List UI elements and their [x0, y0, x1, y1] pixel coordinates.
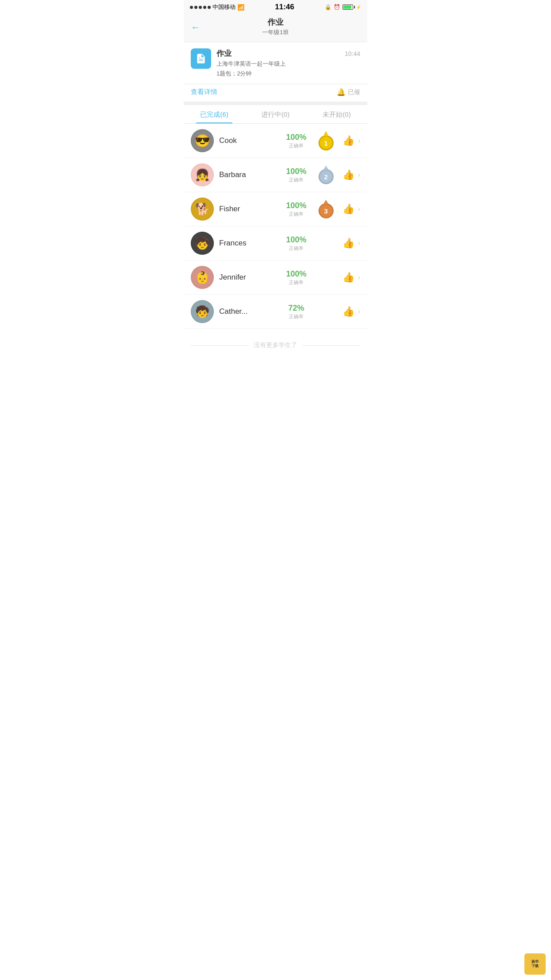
score-label: 正确率	[283, 142, 310, 149]
signal-dots	[190, 6, 211, 9]
score-percentage: 100%	[283, 235, 310, 245]
assignment-name: 作业	[216, 48, 232, 59]
action-col: 👍 ›	[342, 272, 360, 283]
medal-col: 2	[315, 166, 337, 184]
score-col: 100% 正确率	[283, 133, 310, 149]
score-percentage: 72%	[283, 304, 310, 313]
action-col: 👍 ›	[342, 306, 360, 317]
student-name: Fisher	[219, 205, 278, 213]
no-more-label: 没有更多学生了	[184, 329, 367, 362]
student-name: Cather...	[219, 307, 278, 316]
back-button[interactable]: ←	[191, 22, 201, 33]
thumb-up-button[interactable]: 👍	[342, 272, 354, 283]
avatar: 👧	[191, 163, 214, 186]
thumb-up-button[interactable]: 👍	[342, 237, 354, 249]
score-col: 100% 正确率	[283, 201, 310, 217]
status-right: 🔒 ⏰ ⚡	[325, 4, 361, 10]
avatar: 😎	[191, 129, 214, 152]
student-name: Barbara	[219, 170, 278, 179]
score-label: 正确率	[283, 211, 310, 217]
chevron-right-icon: ›	[358, 205, 360, 213]
battery: ⚡	[342, 4, 361, 10]
score-label: 正确率	[283, 313, 310, 320]
assignment-desc-line1: 上海牛津英语一起一年级上	[216, 59, 360, 68]
tabs: 已完成(6) 进行中(0) 未开始(0)	[184, 105, 367, 124]
gold-medal: 1	[319, 131, 334, 150]
score-label: 正确率	[283, 279, 310, 286]
action-col: 👍 ›	[342, 135, 360, 146]
wifi-icon: 📶	[237, 4, 244, 11]
avatar: 🐕	[191, 198, 214, 221]
score-col: 100% 正确率	[283, 235, 310, 252]
student-list: 😎 Cook 100% 正确率 1 👍 › 👧 Barbara 100% 正确率	[184, 124, 367, 329]
score-percentage: 100%	[283, 167, 310, 176]
score-col: 100% 正确率	[283, 167, 310, 183]
table-row[interactable]: 😎 Cook 100% 正确率 1 👍 ›	[184, 124, 367, 158]
alarm-icon: ⏰	[334, 4, 340, 10]
avatar: 👶	[191, 266, 214, 289]
silver-medal: 2	[319, 166, 334, 184]
document-icon	[195, 53, 207, 64]
medal-col: 1	[315, 131, 337, 150]
status-bar: 中国移动 📶 11:46 🔒 ⏰ ⚡	[184, 0, 367, 13]
assignment-time: 10:44	[345, 50, 360, 57]
chevron-right-icon: ›	[358, 308, 360, 316]
battery-tip	[354, 6, 355, 8]
remind-area: 🔔 已催	[337, 88, 360, 96]
battery-bolt-icon: ⚡	[356, 5, 361, 10]
thumb-up-button[interactable]: 👍	[342, 203, 354, 215]
score-percentage: 100%	[283, 133, 310, 142]
header: ← 作业 一年级1班	[184, 13, 367, 42]
assignment-card: 作业 10:44 上海牛津英语一起一年级上 1题包；2分钟	[184, 42, 367, 84]
thumb-up-button[interactable]: 👍	[342, 135, 354, 146]
score-col: 72% 正确率	[283, 304, 310, 320]
tab-notstarted[interactable]: 未开始(0)	[306, 105, 367, 123]
assignment-desc-line2: 1题包；2分钟	[216, 69, 360, 78]
student-name: Cook	[219, 136, 278, 145]
thumb-up-button[interactable]: 👍	[342, 169, 354, 181]
table-row[interactable]: 🧒 Frances 100% 正确率 👍 ›	[184, 226, 367, 261]
divider-left	[191, 345, 248, 346]
medal-col: 3	[315, 200, 337, 218]
remind-label: 已催	[348, 88, 360, 96]
assignment-icon	[191, 48, 211, 69]
student-name: Frances	[219, 239, 278, 248]
bronze-medal: 3	[319, 200, 334, 218]
table-row[interactable]: 🐕 Fisher 100% 正确率 3 👍 ›	[184, 192, 367, 226]
battery-body	[342, 4, 353, 10]
carrier-label: 中国移动	[213, 3, 236, 11]
view-detail-link[interactable]: 查看详情	[191, 88, 217, 96]
score-label: 正确率	[283, 245, 310, 252]
table-row[interactable]: 👶 Jennifer 100% 正确率 👍 ›	[184, 261, 367, 295]
assignment-info: 作业 10:44 上海牛津英语一起一年级上 1题包；2分钟	[216, 48, 360, 78]
thumb-up-button[interactable]: 👍	[342, 306, 354, 317]
action-col: 👍 ›	[342, 169, 360, 181]
chevron-right-icon: ›	[358, 239, 360, 247]
table-row[interactable]: 👧 Barbara 100% 正确率 2 👍 ›	[184, 158, 367, 192]
tab-completed[interactable]: 已完成(6)	[184, 105, 245, 123]
status-time: 11:46	[275, 3, 294, 12]
lock-icon: 🔒	[325, 4, 331, 10]
tab-inprogress[interactable]: 进行中(0)	[245, 105, 306, 123]
chevron-right-icon: ›	[358, 273, 360, 281]
page-title: 作业	[191, 17, 360, 28]
assignment-footer: 查看详情 🔔 已催	[184, 84, 367, 105]
table-row[interactable]: 🧒 Cather... 72% 正确率 👍 ›	[184, 295, 367, 329]
score-col: 100% 正确率	[283, 269, 310, 286]
page-subtitle: 一年级1班	[191, 28, 360, 36]
status-left: 中国移动 📶	[190, 3, 244, 11]
battery-fill	[343, 5, 351, 9]
student-name: Jennifer	[219, 273, 278, 282]
action-col: 👍 ›	[342, 203, 360, 215]
score-percentage: 100%	[283, 269, 310, 279]
bell-icon: 🔔	[337, 88, 346, 96]
no-more-text: 没有更多学生了	[254, 341, 297, 349]
divider-right	[303, 345, 360, 346]
action-col: 👍 ›	[342, 237, 360, 249]
avatar: 🧒	[191, 232, 214, 255]
chevron-right-icon: ›	[358, 171, 360, 179]
score-label: 正确率	[283, 177, 310, 183]
avatar: 🧒	[191, 300, 214, 323]
score-percentage: 100%	[283, 201, 310, 210]
chevron-right-icon: ›	[358, 137, 360, 145]
